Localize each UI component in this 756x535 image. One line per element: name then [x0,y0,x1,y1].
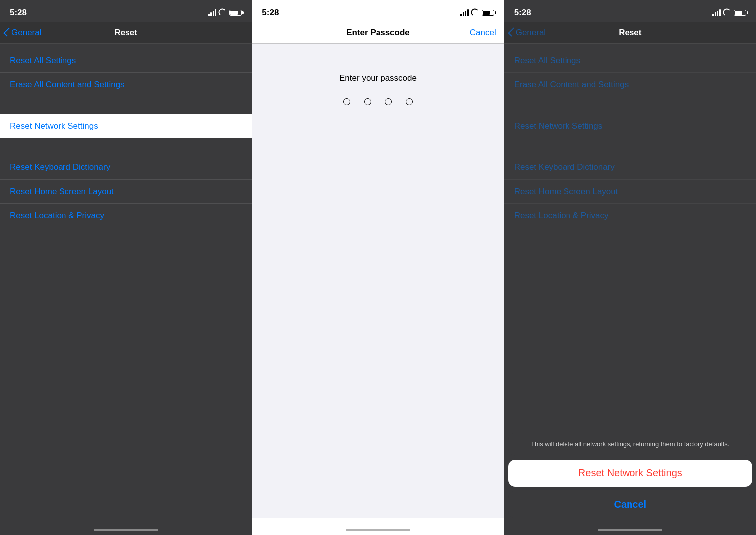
center-panel: 5:28 Enter Passcode Cancel Enter your pa… [252,0,504,535]
home-bar-right [598,529,662,531]
passcode-dot-2 [364,98,371,105]
settings-list-left: Reset All Settings Erase All Content and… [0,44,252,518]
divider-1-left [0,97,252,114]
status-icons-right [712,9,746,16]
nav-bar-center: Enter Passcode Cancel [252,22,504,44]
divider-1-right [504,97,756,114]
home-bar-center [346,529,410,531]
home-indicator-left [0,518,252,535]
nav-title-left: Reset [115,28,137,38]
status-time-center: 5:28 [262,8,279,18]
divider-2-right [504,138,756,155]
status-time-left: 5:28 [10,8,27,18]
row-reset-all-label-left: Reset All Settings [10,56,76,66]
status-bar-right: 5:28 [504,0,756,22]
battery-icon-left [229,10,242,16]
row-location-right[interactable]: Reset Location & Privacy [504,204,756,228]
signal-icon-right [712,9,721,16]
row-keyboard-label-right: Reset Keyboard Dictionary [514,162,615,172]
right-panel: 5:28 General Reset Reset All Settings Er… [504,0,756,535]
wifi-icon-right [723,10,731,16]
passcode-dot-1 [343,98,350,105]
status-time-right: 5:28 [514,8,531,18]
row-network-label-right: Reset Network Settings [514,121,603,131]
nav-title-right: Reset [619,28,641,38]
row-erase-right[interactable]: Erase All Content and Settings [504,73,756,97]
row-homescreen-right[interactable]: Reset Home Screen Layout [504,180,756,204]
alert-info-text: This will delete all network settings, r… [508,433,752,456]
divider-top-left [0,44,252,49]
status-icons-left [208,9,242,16]
passcode-prompt: Enter your passcode [339,73,417,83]
row-erase-label-left: Erase All Content and Settings [10,80,125,90]
cancel-button-center[interactable]: Cancel [470,28,496,38]
signal-icon-center [460,9,469,16]
row-keyboard-left[interactable]: Reset Keyboard Dictionary [0,155,252,180]
row-homescreen-label-left: Reset Home Screen Layout [10,187,114,197]
row-reset-all-right[interactable]: Reset All Settings [504,49,756,73]
row-network-right[interactable]: Reset Network Settings [504,114,756,138]
nav-title-center: Enter Passcode [346,28,410,38]
row-erase-left[interactable]: Erase All Content and Settings [0,73,252,97]
home-indicator-right [504,518,756,535]
row-keyboard-label-left: Reset Keyboard Dictionary [10,162,110,172]
alert-overlay: This will delete all network settings, r… [508,433,752,518]
row-reset-all-left[interactable]: Reset All Settings [0,49,252,73]
alert-cancel-button[interactable]: Cancel [508,491,752,518]
wifi-icon-left [219,10,227,16]
back-label-left: General [11,28,41,38]
status-bar-left: 5:28 [0,0,252,22]
status-bar-center: 5:28 [252,0,504,22]
row-reset-all-label-right: Reset All Settings [514,56,580,66]
row-location-label-right: Reset Location & Privacy [514,211,609,221]
signal-icon-left [208,9,217,16]
row-network-left[interactable]: Reset Network Settings [0,114,252,138]
row-homescreen-label-right: Reset Home Screen Layout [514,187,618,197]
home-indicator-center [252,518,504,535]
divider-2-left [0,138,252,155]
home-bar-left [94,529,158,531]
back-label-right: General [516,28,546,38]
passcode-dots [343,98,413,105]
row-erase-label-right: Erase All Content and Settings [514,80,629,90]
wifi-icon-center [471,10,479,16]
passcode-dot-3 [385,98,392,105]
back-button-right[interactable]: General [509,28,546,38]
back-button-left[interactable]: General [5,28,41,38]
row-location-label-left: Reset Location & Privacy [10,211,104,221]
nav-bar-right: General Reset [504,22,756,44]
battery-icon-right [734,10,746,16]
row-homescreen-left[interactable]: Reset Home Screen Layout [0,180,252,204]
left-panel: 5:28 General Reset Reset All Settings Er… [0,0,252,535]
alert-destructive-button[interactable]: Reset Network Settings [508,460,752,487]
passcode-screen: Enter your passcode [252,44,504,518]
row-network-label-left: Reset Network Settings [10,121,98,131]
row-location-left[interactable]: Reset Location & Privacy [0,204,252,228]
passcode-dot-4 [406,98,413,105]
battery-icon-center [482,10,494,16]
nav-bar-left: General Reset [0,22,252,44]
status-icons-center [460,9,494,16]
row-keyboard-right[interactable]: Reset Keyboard Dictionary [504,155,756,180]
